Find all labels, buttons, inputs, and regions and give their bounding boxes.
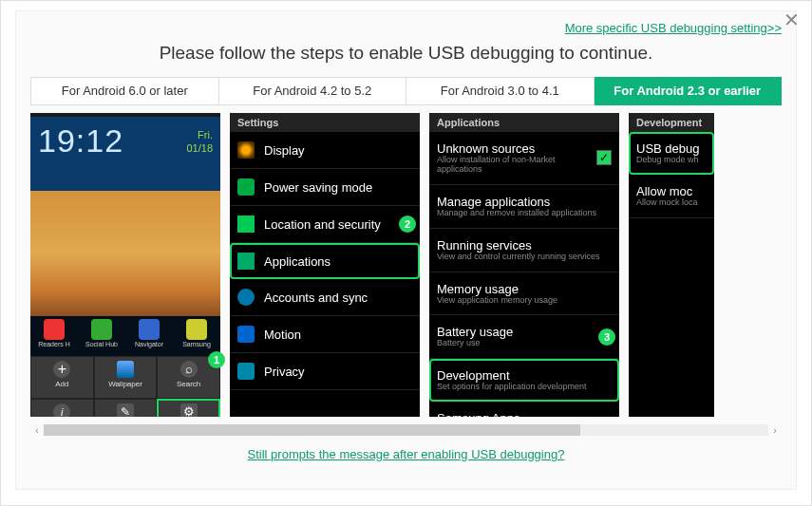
gear-icon [180,403,198,417]
checkbox-checked-icon[interactable]: ✓ [596,150,612,165]
close-icon: ✕ [784,9,800,30]
dev-usb-debugging[interactable]: USB debugDebug mode wh [629,132,714,175]
setting-display[interactable]: Display [230,132,420,169]
menu-label: Wallpaper [95,380,157,388]
menu-label: Search [158,380,219,388]
socialhub-icon [91,319,112,340]
wallpaper-icon [117,361,134,378]
step-badge-1: 1 [208,351,225,368]
readers-icon [44,319,65,340]
plus-icon [53,361,70,378]
item-title: Battery usage [437,325,612,339]
scroll-right-arrow-icon[interactable]: › [768,425,782,436]
motion-icon [237,326,255,343]
info-icon [53,403,70,417]
tab-android-2-3-earlier[interactable]: For Android 2.3 or earlier [595,77,783,105]
usb-debugging-dialog: ✕ More specific USB debugging setting>> … [0,0,812,506]
clock-area: 19:12 Fri. 01/18 [30,117,220,191]
item-sub: Allow installation of non-Market applica… [437,156,596,175]
panel-title: Applications [429,113,619,132]
menu-label: Add [31,380,93,388]
item-title: USB debug [636,141,707,156]
setting-label: Location and security [264,217,412,232]
screenshot-homescreen: 19:12 Fri. 01/18 Readers H Social Hub Na… [30,113,220,417]
setting-privacy[interactable]: Privacy [230,353,420,390]
dock-item-navigator[interactable]: Navigator [125,316,173,356]
item-title: Development [437,368,612,383]
setting-applications[interactable]: Applications [230,243,420,279]
close-button[interactable]: ✕ [784,9,800,31]
scroll-left-arrow-icon[interactable]: ‹ [30,425,44,436]
scroll-track[interactable] [44,424,768,436]
app-running-services[interactable]: Running servicesView and control current… [429,229,619,272]
menu-edit[interactable]: Edit [94,399,158,417]
applications-icon [237,253,255,270]
item-sub: View application memory usage [437,296,612,306]
dock-label: Readers H [30,341,78,347]
app-battery-usage[interactable]: Battery usageBattery use3 [429,315,619,359]
menu-search[interactable]: Search1 [157,356,220,399]
item-sub: Set options for application development [437,383,612,392]
item-sub: Manage and remove installed applications [437,209,612,218]
dev-allow-mock[interactable]: Allow mocAllow mock loca [629,175,714,218]
edit-icon [117,403,134,417]
setting-motion[interactable]: Motion [230,316,420,353]
app-unknown-sources[interactable]: Unknown sourcesAllow installation of non… [429,132,619,185]
search-icon [180,361,198,378]
horizontal-scrollbar[interactable]: ‹ › [30,422,782,438]
more-specific-link[interactable]: More specific USB debugging setting>> [30,21,782,35]
item-title: Running services [437,238,612,253]
setting-label: Display [264,143,412,158]
dialog-heading: Please follow the steps to enable USB de… [30,43,782,64]
item-title: Memory usage [437,282,612,296]
dock-item-samsung[interactable]: Samsung [173,316,220,356]
item-sub: View and control currently running servi… [437,253,612,262]
item-title: Allow moc [636,184,707,198]
wallpaper [30,191,220,316]
menu-wallpaper[interactable]: Wallpaper [94,356,158,399]
tab-android-3-0-4-1[interactable]: For Android 3.0 to 4.1 [406,77,595,105]
tab-android-6-later[interactable]: For Android 6.0 or later [30,77,219,105]
navigator-icon [139,319,160,340]
dock-label: Social Hub [78,341,125,347]
samsung-icon [186,319,207,340]
sync-icon [237,289,255,306]
setting-label: Privacy [264,365,412,379]
scroll-thumb[interactable] [44,424,580,436]
item-sub: Debug mode wh [636,156,707,165]
setting-location-security[interactable]: Location and security2 [230,206,420,243]
item-sub: Battery use [437,339,612,348]
date-block: Fri. 01/18 [186,122,213,185]
dock-item-readers[interactable]: Readers H [30,316,78,356]
day-label: Fri. [186,128,213,141]
app-development[interactable]: DevelopmentSet options for application d… [429,359,619,402]
item-sub: Allow mock loca [636,198,707,208]
item-title: Samsung Apps [437,411,612,417]
menu-notifications[interactable]: Notifications [30,399,94,417]
location-icon [237,216,255,233]
display-icon [237,141,255,159]
power-icon [237,178,255,196]
screenshot-settings: Settings Display Power saving mode Locat… [230,113,420,417]
menu-settings[interactable]: Settings [157,399,220,417]
still-prompts-link[interactable]: Still prompts the message after enabling… [248,447,565,461]
tab-android-4-2-5-2[interactable]: For Android 4.2 to 5.2 [219,77,407,105]
setting-label: Accounts and sync [264,290,412,305]
setting-accounts-sync[interactable]: Accounts and sync [230,279,420,316]
app-manage-applications[interactable]: Manage applicationsManage and remove ins… [429,185,619,229]
clock-time: 19:12 [38,122,123,185]
options-menu: Add Wallpaper Search1 Notifications Edit… [30,356,220,417]
date-label: 01/18 [186,141,213,155]
app-memory-usage[interactable]: Memory usageView application memory usag… [429,272,619,316]
menu-add[interactable]: Add [30,356,94,399]
step-badge-2: 2 [399,216,416,233]
step-badge-3: 3 [598,328,615,346]
dock: Readers H Social Hub Navigator Samsung [30,316,220,356]
android-version-tabs: For Android 6.0 or later For Android 4.2… [30,77,782,105]
dock-label: Navigator [125,341,173,347]
app-samsung-apps[interactable]: Samsung AppsSet notification for new app… [429,402,619,417]
setting-power-saving[interactable]: Power saving mode [230,169,420,206]
dock-item-socialhub[interactable]: Social Hub [78,316,125,356]
panel-title: Development [629,113,714,132]
privacy-icon [237,363,255,380]
